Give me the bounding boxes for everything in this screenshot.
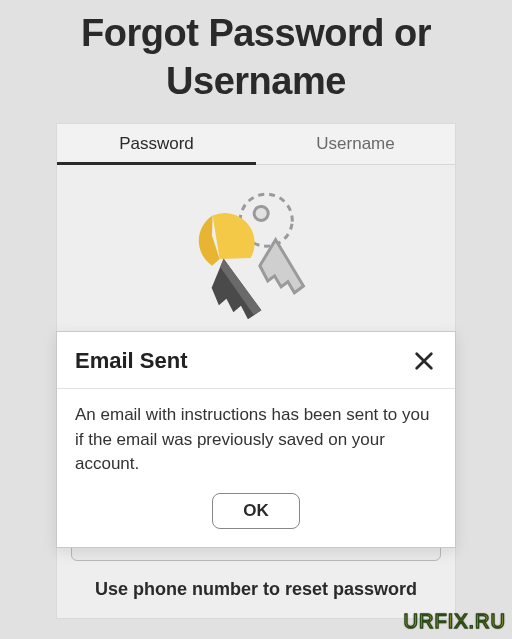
tab-password[interactable]: Password	[57, 124, 256, 164]
email-sent-dialog: Email Sent An email with instructions ha…	[56, 331, 456, 548]
svg-point-1	[253, 205, 269, 221]
use-phone-link[interactable]: Use phone number to reset password	[71, 579, 441, 600]
dialog-actions: OK	[57, 483, 455, 547]
tab-username-label: Username	[316, 134, 394, 153]
recovery-tabs: Password Username	[57, 124, 455, 165]
dialog-header: Email Sent	[57, 332, 455, 389]
tab-password-label: Password	[119, 134, 194, 153]
dialog-body: An email with instructions has been sent…	[57, 389, 455, 483]
dialog-title: Email Sent	[75, 348, 187, 374]
forgot-credentials-page: Forgot Password or Username Password Use…	[0, 0, 512, 639]
close-icon	[413, 350, 435, 372]
page-title: Forgot Password or Username	[0, 10, 512, 123]
ok-button[interactable]: OK	[212, 493, 300, 529]
tab-username[interactable]: Username	[256, 124, 455, 164]
close-button[interactable]	[411, 348, 437, 374]
key-icon	[186, 187, 326, 327]
